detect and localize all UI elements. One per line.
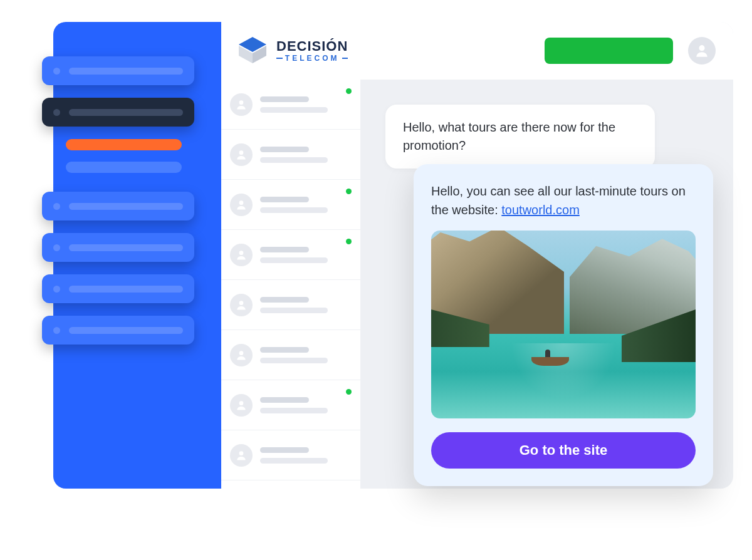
contact-row[interactable] (221, 180, 360, 230)
nav-item[interactable] (42, 56, 194, 85)
svg-point-9 (239, 351, 244, 355)
nav-item[interactable] (42, 274, 194, 303)
brand-line-2: TELECOM (276, 54, 348, 62)
nav-placeholder (69, 203, 183, 210)
logo-icon (236, 34, 269, 67)
svg-point-4 (239, 100, 244, 105)
profile-avatar[interactable] (688, 37, 716, 65)
contact-avatar-icon (230, 93, 253, 116)
response-card: Hello, you can see all our last-minute t… (414, 164, 713, 486)
contact-avatar-icon (230, 194, 253, 216)
contact-preview (260, 96, 352, 113)
contact-row[interactable] (221, 130, 360, 180)
svg-point-5 (239, 150, 244, 155)
nav-item[interactable] (42, 192, 194, 220)
contact-avatar-icon (230, 244, 253, 266)
contact-avatar-icon (230, 394, 253, 417)
response-link[interactable]: toutworld.com (501, 203, 580, 217)
header-cta-button[interactable] (545, 38, 673, 64)
nav-dot-icon (53, 327, 60, 334)
online-status-icon (346, 88, 352, 94)
contact-row[interactable] (221, 280, 360, 330)
nav-placeholder (69, 244, 183, 251)
online-status-icon (346, 189, 352, 194)
contact-avatar-icon (230, 344, 253, 366)
contact-avatar-icon (230, 294, 253, 316)
incoming-message-bubble: Hello, what tours are there now for the … (385, 105, 655, 169)
contact-row[interactable] (221, 80, 360, 130)
contact-row[interactable] (221, 430, 360, 480)
nav-dot-icon (53, 109, 60, 116)
boat-icon (531, 357, 569, 366)
contact-row[interactable] (221, 330, 360, 380)
nav-stack (42, 56, 194, 357)
response-image (431, 231, 696, 418)
brand-logo[interactable]: DECISIÓN TELECOM (236, 34, 348, 67)
svg-point-6 (239, 200, 244, 205)
contact-avatar-icon (230, 143, 253, 166)
online-status-icon (346, 389, 352, 395)
nav-placeholder (69, 68, 183, 75)
svg-point-8 (239, 301, 244, 305)
nav-placeholder (69, 109, 183, 116)
header-bar: DECISIÓN TELECOM (221, 22, 733, 80)
brand-line-1: DECISIÓN (276, 39, 348, 53)
incoming-message-text: Hello, what tours are there now for the … (403, 120, 615, 152)
svg-point-10 (239, 401, 244, 405)
nav-placeholder (69, 286, 183, 293)
nav-dot-icon (53, 244, 60, 251)
online-status-icon (346, 239, 352, 244)
nav-subitem[interactable] (66, 162, 182, 173)
nav-item[interactable] (42, 316, 194, 345)
brand-name: DECISIÓN TELECOM (276, 39, 348, 62)
svg-point-11 (239, 451, 244, 455)
contact-avatar-icon (230, 444, 253, 467)
contact-list (221, 80, 360, 489)
sidebar (53, 22, 221, 489)
user-icon (694, 43, 710, 59)
response-message: Hello, you can see all our last-minute t… (431, 182, 696, 219)
nav-item-active[interactable] (42, 98, 194, 127)
svg-point-3 (699, 45, 704, 51)
nav-placeholder (69, 327, 183, 334)
nav-item[interactable] (42, 233, 194, 262)
nav-dot-icon (53, 68, 60, 75)
nav-dot-icon (53, 286, 60, 293)
contact-row[interactable] (221, 230, 360, 280)
go-to-site-button[interactable]: Go to the site (431, 432, 696, 469)
nav-dot-icon (53, 203, 60, 210)
svg-point-7 (239, 251, 244, 255)
contact-row[interactable] (221, 380, 360, 430)
nav-subitem[interactable] (66, 139, 182, 150)
